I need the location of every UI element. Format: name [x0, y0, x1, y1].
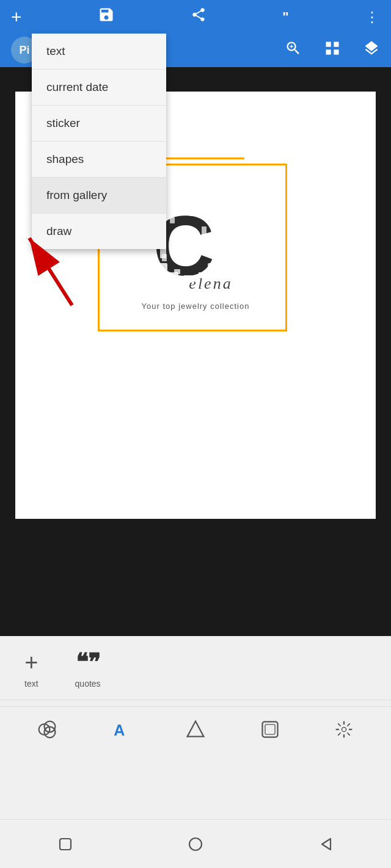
svg-rect-37	[60, 839, 71, 850]
layers-button[interactable]	[363, 40, 380, 61]
nav-icon-text[interactable]: A	[111, 719, 131, 740]
svg-point-36	[342, 727, 346, 731]
svg-rect-19	[202, 226, 206, 235]
bottom-tools-row: + text ❝❞ quotes	[0, 636, 391, 695]
nav-icon-stickers[interactable]	[260, 719, 280, 740]
svg-rect-6	[205, 214, 217, 219]
svg-rect-14	[208, 263, 217, 273]
svg-rect-10	[158, 263, 167, 272]
home-button[interactable]	[186, 834, 205, 854]
panel-divider	[0, 700, 391, 700]
dropdown-item-from-gallery[interactable]: from gallery	[32, 178, 166, 214]
nav-icon-filters[interactable]	[37, 719, 57, 740]
dropdown-item-sticker[interactable]: sticker	[32, 106, 166, 142]
stickers-icon	[260, 719, 280, 740]
add-button[interactable]: +	[11, 7, 22, 27]
svg-rect-17	[162, 254, 167, 261]
quotes-tool-item[interactable]: ❝❞ quotes	[75, 651, 101, 689]
svg-rect-15	[170, 217, 175, 223]
recent-apps-button[interactable]	[56, 834, 75, 854]
svg-rect-20	[174, 269, 180, 274]
below-canvas-dark	[0, 543, 391, 636]
system-nav-bar	[0, 819, 391, 868]
grid-button[interactable]	[324, 40, 341, 61]
quotes-tool-label: quotes	[75, 679, 101, 689]
svg-text:A: A	[114, 722, 125, 739]
svg-line-32	[338, 723, 340, 726]
svg-rect-18	[213, 236, 219, 242]
svg-rect-26	[262, 722, 277, 737]
recent-apps-icon	[57, 836, 74, 853]
dropdown-item-text[interactable]: text	[32, 34, 166, 70]
svg-marker-39	[322, 839, 331, 850]
quotes-icon: ❝❞	[76, 651, 100, 674]
effects-icon	[334, 719, 354, 740]
svg-point-38	[189, 838, 202, 850]
nav-icon-shapes[interactable]	[185, 719, 206, 740]
toolbar-row1: + " ⋮	[0, 0, 391, 34]
zoom-button[interactable]	[285, 40, 302, 61]
more-button[interactable]: ⋮	[365, 9, 380, 26]
svg-rect-5	[196, 205, 205, 215]
svg-line-33	[348, 732, 350, 735]
svg-line-34	[348, 723, 350, 726]
svg-rect-4	[180, 202, 194, 208]
save-button[interactable]	[98, 6, 115, 27]
bottom-nav-icons: A	[0, 706, 391, 752]
back-icon	[317, 836, 334, 853]
dropdown-item-draw[interactable]: draw	[32, 214, 166, 249]
quote-button[interactable]: "	[282, 9, 288, 25]
back-button[interactable]	[316, 834, 335, 854]
svg-rect-16	[189, 211, 197, 216]
share-button[interactable]	[191, 7, 206, 27]
dropdown-item-current-date[interactable]: current date	[32, 70, 166, 106]
filters-icon	[37, 719, 57, 740]
svg-rect-12	[183, 275, 194, 283]
dropdown-item-shapes[interactable]: shapes	[32, 142, 166, 178]
home-icon	[187, 836, 204, 853]
nav-icon-effects[interactable]	[334, 719, 354, 740]
svg-rect-13	[199, 272, 212, 278]
svg-line-35	[338, 732, 340, 735]
svg-rect-7	[211, 223, 218, 232]
svg-rect-3	[165, 208, 176, 215]
text-add-icon: +	[24, 651, 38, 674]
logo-tagline: Your top jewelry collection	[142, 302, 250, 311]
shapes-icon	[185, 719, 206, 740]
svg-rect-27	[265, 725, 275, 734]
text-nav-icon: A	[111, 719, 131, 740]
text-tool-label: text	[24, 679, 38, 689]
svg-marker-25	[188, 722, 204, 737]
text-tool-item[interactable]: + text	[24, 651, 38, 689]
dropdown-menu: text current date sticker shapes from ga…	[32, 34, 166, 249]
